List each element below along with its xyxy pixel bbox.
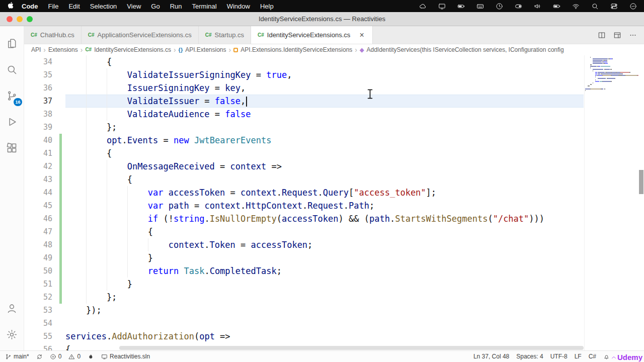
control-center-icon[interactable] — [610, 3, 618, 10]
activity-account-icon[interactable] — [0, 295, 24, 321]
code-line-34[interactable]: { — [65, 55, 584, 68]
menu-window[interactable]: Window — [222, 3, 255, 10]
activity-search-icon[interactable] — [0, 56, 24, 82]
code-line-50[interactable]: return Task.CompletedTask; — [65, 264, 584, 278]
line-number[interactable]: 35 — [24, 68, 65, 81]
menu-go[interactable]: Go — [146, 3, 165, 10]
more-actions-icon[interactable] — [629, 31, 637, 39]
window-title-bar[interactable]: IdentityServiceExtensions.cs — Reactivit… — [0, 12, 644, 26]
code-line-44[interactable]: var accessToken = context.Request.Query[… — [65, 186, 584, 199]
breadcrumb-item[interactable]: C#IdentityServiceExtensions.cs — [85, 46, 171, 53]
menu-run[interactable]: Run — [165, 3, 187, 10]
clock-icon[interactable] — [496, 3, 503, 10]
menu-selection[interactable]: Selection — [85, 3, 122, 10]
line-number[interactable]: 39 — [24, 121, 65, 134]
status-warnings[interactable]: 0 — [68, 353, 80, 360]
tab-IdentityServiceExtensions.cs[interactable]: C#IdentityServiceExtensions.cs× — [251, 26, 373, 44]
code-line-52[interactable]: }; — [65, 291, 584, 304]
activity-run-debug-icon[interactable] — [0, 109, 24, 135]
status-indentation[interactable]: Spaces: 4 — [516, 353, 543, 360]
code-line-46[interactable]: if (!string.IsNullOrEmpty(accessToken) &… — [65, 212, 584, 225]
breadcrumb-item[interactable]: API.Extensions.IdentityServiceExtensions — [233, 46, 352, 53]
battery-icon[interactable] — [457, 3, 465, 10]
code-line-54[interactable] — [65, 317, 584, 330]
breadcrumb: API›Extensions›C#IdentityServiceExtensio… — [24, 44, 644, 55]
zoom-window-button[interactable] — [27, 16, 33, 22]
status-language-mode[interactable]: C# — [589, 353, 596, 360]
spotlight-search-icon[interactable] — [591, 3, 599, 10]
menu-help[interactable]: Help — [255, 3, 279, 10]
code-line-35[interactable]: ValidateIssuerSigningKey = true, — [65, 68, 584, 81]
vertical-scrollbar[interactable] — [638, 55, 644, 350]
status-eol[interactable]: LF — [575, 353, 582, 360]
code-line-37[interactable]: ValidateIssuer = false, — [65, 95, 584, 108]
activity-files-icon[interactable] — [0, 30, 24, 56]
wifi-icon[interactable] — [572, 3, 580, 10]
status-sync[interactable] — [36, 353, 43, 360]
breadcrumb-item[interactable]: ◆AddIdentityServices(this IServiceCollec… — [360, 46, 564, 53]
minimize-window-button[interactable] — [17, 16, 23, 22]
display-icon[interactable] — [438, 3, 446, 10]
code-line-36[interactable]: IssuerSigningKey = key, — [65, 81, 584, 95]
menu-code[interactable]: Code — [17, 3, 43, 10]
siri-icon[interactable] — [629, 3, 637, 10]
code-line-51[interactable]: } — [65, 278, 584, 291]
volume-icon[interactable] — [534, 3, 541, 10]
apple-menu[interactable] — [7, 2, 15, 11]
code-line-42[interactable]: OnMessageReceived = context => — [65, 160, 584, 173]
line-number[interactable]: 55 — [24, 330, 65, 343]
line-number[interactable]: 38 — [24, 108, 65, 121]
status-cursor-position[interactable]: Ln 37, Col 48 — [473, 353, 509, 360]
code-line-48[interactable]: context.Token = accessToken; — [65, 238, 584, 251]
horizontal-scrollbar[interactable] — [119, 346, 584, 350]
close-tab-icon[interactable]: × — [358, 31, 366, 39]
layout-icon[interactable] — [613, 31, 621, 39]
line-number[interactable]: 56 — [24, 343, 65, 350]
menu-terminal[interactable]: Terminal — [187, 3, 222, 10]
status-omnisharp-flame[interactable] — [88, 353, 94, 360]
minimap[interactable] — [584, 55, 638, 350]
tab-Startup.cs[interactable]: C#Startup.cs — [199, 26, 251, 44]
toggle-icon[interactable] — [515, 3, 522, 10]
code-line-47[interactable]: { — [65, 225, 584, 238]
split-editor-icon[interactable] — [598, 31, 606, 39]
activity-settings-gear-icon[interactable] — [0, 321, 24, 347]
breadcrumb-item[interactable]: API — [31, 46, 41, 53]
apple-icon[interactable] — [7, 2, 15, 9]
tab-ChatHub.cs[interactable]: C#ChatHub.cs — [24, 26, 82, 44]
status-solution[interactable]: Reactivities.sln — [101, 353, 150, 360]
activity-extensions-icon[interactable] — [0, 135, 24, 161]
keyboard-icon[interactable] — [476, 3, 484, 10]
breadcrumb-item[interactable]: {}API.Extensions — [179, 46, 226, 53]
code-line-53[interactable]: }); — [65, 304, 584, 317]
battery-icon[interactable] — [553, 3, 560, 10]
line-number[interactable]: 53 — [24, 304, 65, 317]
menu-file[interactable]: File — [43, 3, 64, 10]
code-line-43[interactable]: { — [65, 173, 584, 186]
code-line-39[interactable]: }; — [65, 121, 584, 134]
code-line-38[interactable]: ValidateAudience = false — [65, 108, 584, 121]
code-area[interactable]: { ValidateIssuerSigningKey = true, Issue… — [65, 55, 584, 350]
menu-edit[interactable]: Edit — [63, 3, 85, 10]
vertical-scrollbar-thumb[interactable] — [639, 170, 643, 194]
status-git-branch[interactable]: main* — [5, 353, 29, 360]
status-encoding[interactable]: UTF-8 — [550, 353, 568, 360]
line-number[interactable]: 36 — [24, 81, 65, 95]
tab-ApplicationServiceExtensions.cs[interactable]: C#ApplicationServiceExtensions.cs — [82, 26, 199, 44]
code-line-40[interactable]: opt.Events = new JwtBearerEvents — [65, 134, 584, 147]
line-number[interactable]: 34 — [24, 55, 65, 68]
status-notifications[interactable] — [603, 353, 610, 360]
close-window-button[interactable] — [7, 16, 13, 22]
code-line-41[interactable]: { — [65, 147, 584, 160]
code-line-45[interactable]: var path = context.HttpContext.Request.P… — [65, 199, 584, 212]
line-number[interactable]: 37 — [24, 95, 65, 108]
code-line-49[interactable]: } — [65, 251, 584, 264]
tab-label: ChatHub.cs — [40, 31, 74, 39]
cloud-icon[interactable] — [419, 3, 427, 10]
activity-source-control-icon[interactable]: 16 — [0, 82, 24, 109]
breadcrumb-item[interactable]: Extensions — [48, 46, 78, 53]
code-line-55[interactable]: services.AddAuthorization(opt => — [65, 330, 584, 343]
status-errors[interactable]: 0 — [50, 353, 62, 360]
menu-view[interactable]: View — [122, 3, 146, 10]
line-number[interactable]: 54 — [24, 317, 65, 330]
